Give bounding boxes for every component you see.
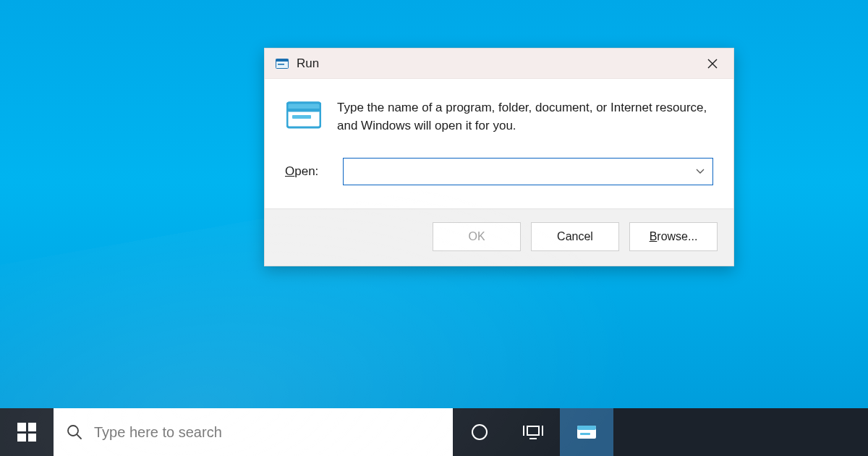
search-icon: [67, 424, 82, 440]
dialog-body: Type the name of a program, folder, docu…: [265, 79, 733, 208]
svg-rect-18: [580, 433, 590, 435]
desktop-wallpaper: Run Type the name of: [0, 0, 868, 456]
open-combobox[interactable]: [343, 158, 713, 185]
run-app-icon: [285, 98, 323, 132]
windows-logo-icon: [17, 423, 36, 442]
task-view-button[interactable]: [506, 408, 560, 456]
dialog-title: Run: [297, 56, 319, 71]
cancel-button[interactable]: Cancel: [531, 222, 619, 251]
open-label: Open:: [285, 164, 327, 179]
run-title-icon: [275, 56, 289, 71]
taskbar: Type here to search: [0, 408, 868, 456]
svg-rect-12: [527, 426, 539, 435]
svg-point-11: [472, 425, 487, 439]
svg-rect-2: [278, 64, 284, 65]
taskbar-app-run[interactable]: [560, 408, 613, 456]
search-placeholder: Type here to search: [94, 424, 222, 441]
run-dialog: Run Type the name of: [264, 48, 734, 266]
svg-rect-1: [276, 59, 289, 62]
ok-button[interactable]: OK: [433, 222, 521, 251]
browse-button[interactable]: Browse...: [629, 222, 718, 251]
close-button[interactable]: [694, 48, 731, 79]
open-input[interactable]: [344, 159, 688, 185]
svg-rect-8: [292, 115, 311, 119]
dialog-footer: OK Cancel Browse...: [265, 208, 733, 266]
dialog-description: Type the name of a program, folder, docu…: [337, 98, 713, 135]
svg-rect-17: [577, 426, 596, 430]
titlebar[interactable]: Run: [265, 48, 733, 79]
chevron-down-icon[interactable]: [688, 159, 712, 185]
svg-rect-7: [287, 109, 320, 111]
svg-line-10: [77, 434, 81, 439]
taskbar-search[interactable]: Type here to search: [54, 408, 453, 456]
cortana-button[interactable]: [453, 408, 506, 456]
start-button[interactable]: [0, 408, 54, 456]
